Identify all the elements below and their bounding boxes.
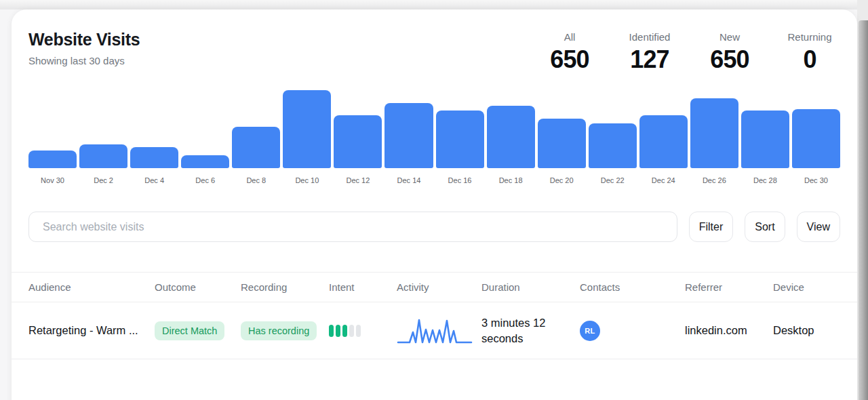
visits-bar[interactable] [741, 111, 789, 168]
column-header-recording: Recording [241, 281, 329, 293]
bar-column [232, 90, 280, 168]
bar-column [487, 90, 535, 168]
visits-bar[interactable] [690, 98, 738, 168]
bar-date-label: Dec 6 [181, 176, 229, 184]
column-header-intent: Intent [329, 281, 397, 293]
view-button[interactable]: View [797, 212, 840, 242]
column-header-contacts: Contacts [580, 281, 685, 293]
visits-bar[interactable] [487, 106, 535, 168]
bar-date-label: Dec 10 [283, 176, 331, 184]
stat-new[interactable]: New 650 [705, 31, 755, 74]
bar-column [28, 90, 77, 168]
bar-column [741, 90, 789, 168]
column-header-duration: Duration [481, 281, 580, 293]
page-subtitle: Showing last 30 days [28, 55, 140, 66]
bar-date-label: Dec 20 [538, 176, 586, 184]
stat-value: 127 [625, 45, 675, 74]
title-block: Website Visits Showing last 30 days [28, 30, 140, 66]
bar-date-label: Dec 18 [487, 176, 535, 184]
visits-bar[interactable] [79, 144, 127, 168]
column-header-outcome: Outcome [155, 281, 241, 293]
stat-value: 650 [545, 45, 595, 74]
bar-date-label: Nov 30 [28, 176, 77, 184]
visits-bar[interactable] [28, 151, 77, 168]
recording-badge: Has recording [241, 321, 317, 340]
bar-column [283, 90, 331, 168]
table-header-row: Audience Outcome Recording Intent Activi… [12, 272, 857, 302]
stat-label: Returning [785, 31, 835, 43]
bar-date-label: Dec 4 [130, 176, 178, 184]
bar-date-label: Dec 22 [589, 176, 637, 184]
intent-pill [329, 325, 334, 337]
scrollbar-thumb[interactable] [859, 20, 868, 400]
bar-column [792, 90, 840, 168]
column-header-referrer: Referrer [685, 281, 773, 293]
device-cell: Desktop [773, 324, 840, 337]
bar-date-label: Dec 8 [232, 176, 280, 184]
visits-bar[interactable] [639, 115, 688, 168]
visits-bar[interactable] [130, 147, 178, 168]
visits-bar[interactable] [181, 155, 229, 168]
stat-label: New [705, 31, 755, 43]
visits-bar[interactable] [792, 109, 840, 168]
bar-column [639, 90, 688, 168]
activity-sparkline-icon [397, 315, 473, 346]
table-row[interactable]: Retargeting - Warm ... Direct Match Has … [12, 302, 857, 359]
bar-column [130, 90, 178, 168]
filter-button[interactable]: Filter [689, 212, 734, 242]
bar-column [384, 90, 433, 168]
intent-cell [329, 325, 397, 337]
bar-column [181, 90, 229, 168]
visits-bar-chart [28, 90, 840, 168]
stats-row: All 650 Identified 127 New 650 Returning… [545, 30, 840, 74]
bar-date-label: Dec 16 [436, 176, 484, 184]
search-input[interactable] [28, 212, 677, 242]
intent-pill [356, 325, 361, 337]
stat-all[interactable]: All 650 [545, 31, 595, 74]
sort-button[interactable]: Sort [745, 212, 785, 242]
bar-date-label: Dec 26 [690, 176, 738, 184]
intent-pill [349, 325, 354, 337]
referrer-cell: linkedin.com [685, 324, 773, 337]
contact-avatar[interactable]: RL [580, 321, 600, 341]
visits-bar[interactable] [232, 127, 280, 168]
stat-identified[interactable]: Identified 127 [625, 31, 675, 74]
visits-bar[interactable] [384, 103, 433, 168]
page-title: Website Visits [28, 30, 140, 49]
column-header-device: Device [773, 281, 840, 293]
bar-date-label: Dec 28 [741, 176, 789, 184]
bar-column [690, 90, 738, 168]
stat-value: 0 [785, 45, 835, 74]
bar-date-label: Dec 14 [384, 176, 433, 184]
outcome-badge: Direct Match [155, 321, 224, 340]
visits-bar[interactable] [334, 115, 382, 168]
bar-date-label: Dec 2 [79, 176, 127, 184]
contacts-cell: RL [580, 321, 685, 341]
page-top-strip [0, 0, 868, 9]
intent-pill [342, 325, 347, 337]
duration-cell: 3 minutes 12 seconds [481, 315, 566, 346]
audience-cell: Retargeting - Warm ... [28, 324, 155, 337]
bar-column [436, 90, 484, 168]
bar-date-label: Dec 12 [334, 176, 382, 184]
bar-column [79, 90, 127, 168]
recording-cell: Has recording [241, 321, 329, 340]
visits-bar[interactable] [538, 119, 586, 168]
bar-chart-x-axis: Nov 30Dec 2Dec 4Dec 6Dec 8Dec 10Dec 12De… [28, 176, 840, 184]
stat-returning[interactable]: Returning 0 [785, 31, 835, 74]
activity-cell [397, 315, 481, 346]
visits-bar[interactable] [436, 111, 484, 168]
visits-table: Audience Outcome Recording Intent Activi… [12, 272, 857, 359]
visits-bar[interactable] [589, 123, 637, 168]
bar-column [589, 90, 637, 168]
card-header: Website Visits Showing last 30 days All … [28, 9, 840, 74]
stat-label: All [545, 31, 595, 43]
outcome-cell: Direct Match [155, 321, 241, 340]
column-header-audience: Audience [28, 281, 155, 293]
intent-meter [329, 325, 397, 337]
bar-date-label: Dec 24 [639, 176, 688, 184]
bar-column [334, 90, 382, 168]
toolbar: Filter Sort View [28, 212, 840, 242]
visits-bar[interactable] [283, 90, 331, 168]
bar-column [538, 90, 586, 168]
